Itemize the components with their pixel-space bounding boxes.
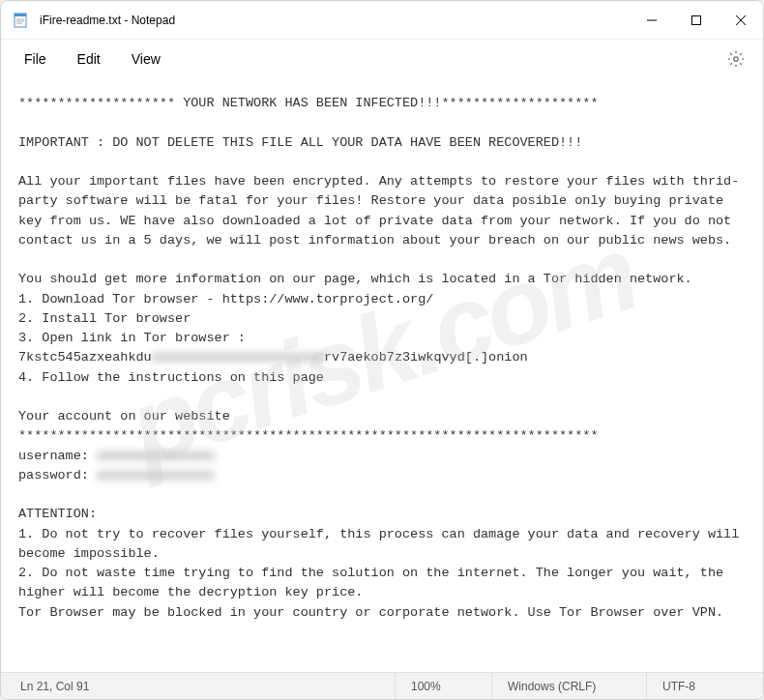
text-line: You should get more information on our p… — [18, 272, 692, 286]
menu-view[interactable]: View — [118, 45, 174, 73]
text-line: ******************** YOUR NETWORK HAS BE… — [18, 96, 599, 110]
text-line: ATTENTION: — [18, 507, 97, 521]
text-line: 2. Install Tor browser — [18, 311, 191, 326]
settings-button[interactable] — [719, 42, 753, 76]
maximize-button[interactable] — [674, 1, 719, 40]
status-position: Ln 21, Col 91 — [1, 673, 396, 699]
text-line: IMPORTANT : DO NOT DELETE THIS FILE ALL … — [18, 135, 582, 150]
menu-edit[interactable]: Edit — [64, 45, 114, 73]
text-line: 4. Follow the instructions on this page — [18, 370, 324, 385]
text-line: Tor Browser may be blocked in your count… — [18, 605, 723, 620]
menubar: File Edit View — [1, 40, 763, 78]
text-line: 3. Open link in Tor browser : — [18, 331, 246, 345]
text-line: 2. Do not waste time trying to find the … — [18, 566, 731, 599]
minimize-button[interactable] — [630, 1, 674, 40]
text-content[interactable]: ******************** YOUR NETWORK HAS BE… — [1, 78, 763, 672]
window-title: iFire-readme.txt - Notepad — [40, 14, 630, 27]
menu-file[interactable]: File — [11, 45, 60, 73]
status-zoom[interactable]: 100% — [396, 673, 492, 699]
svg-rect-1 — [15, 14, 26, 16]
window-controls — [630, 1, 763, 39]
redacted-username: xxxxxxxxxxxxxxx — [97, 449, 215, 463]
notepad-icon — [13, 13, 28, 28]
text-line: ****************************************… — [18, 428, 599, 443]
close-button[interactable] — [719, 1, 763, 40]
status-charset: UTF-8 — [647, 673, 763, 699]
redacted-onion: xxxxxxxxxxxxxxxxxxxxxx — [152, 350, 324, 365]
svg-point-9 — [734, 57, 739, 62]
text-line: rv7aekob7z3iwkqvyd[.]onion — [324, 350, 528, 365]
redacted-password: xxxxxxxxxxxxxxx — [97, 468, 215, 482]
titlebar: iFire-readme.txt - Notepad — [1, 1, 763, 40]
text-line: All your important files have been encry… — [18, 174, 739, 248]
text-line: username: — [18, 449, 97, 463]
text-line: 1. Download Tor browser - https://www.to… — [18, 292, 433, 306]
statusbar: Ln 21, Col 91 100% Windows (CRLF) UTF-8 — [1, 672, 763, 699]
svg-rect-6 — [692, 16, 701, 25]
text-line: 1. Do not try to recover files yourself,… — [18, 527, 747, 561]
status-encoding: Windows (CRLF) — [492, 673, 647, 699]
text-line: 7kstc545azxeahkdu — [18, 350, 152, 365]
notepad-window: iFire-readme.txt - Notepad File Edit Vie… — [0, 0, 764, 700]
text-line: password: — [18, 468, 97, 482]
text-line: Your account on our website — [18, 409, 230, 423]
